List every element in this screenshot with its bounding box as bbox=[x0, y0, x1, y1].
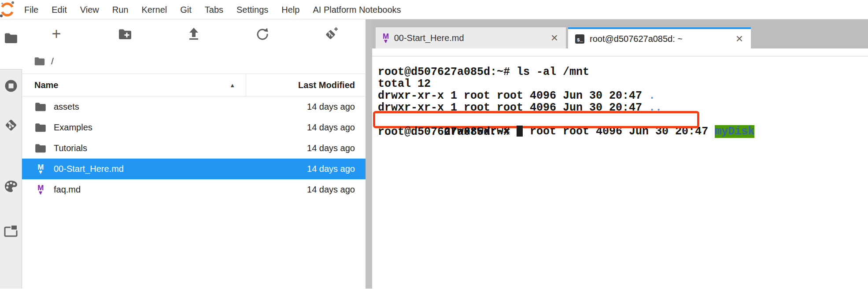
sidebar-tab-commands[interactable] bbox=[0, 180, 22, 193]
file-list-header: Name ▲ Last Modified bbox=[22, 74, 366, 96]
terminal-line: total 12 bbox=[378, 78, 868, 90]
file-name: Tutorials bbox=[54, 143, 307, 153]
file-browser-toolbar: + bbox=[22, 19, 366, 48]
sidebar-tab-running[interactable] bbox=[0, 79, 22, 93]
sidebar-tab-git[interactable] bbox=[0, 118, 22, 132]
column-header-name[interactable]: Name ▲ bbox=[22, 74, 246, 96]
menu-tabs[interactable]: Tabs bbox=[198, 0, 230, 19]
menu-file[interactable]: File bbox=[18, 0, 45, 19]
file-row-faq[interactable]: M▼ faq.md 14 days ago bbox=[22, 179, 366, 200]
left-sidebar bbox=[0, 19, 22, 289]
menu-kernel[interactable]: Kernel bbox=[135, 0, 174, 19]
file-browser-panel: + bbox=[22, 19, 366, 289]
file-modified: 14 days ago bbox=[307, 143, 366, 153]
markdown-icon: M▼ bbox=[383, 33, 389, 44]
new-launcher-button[interactable]: + bbox=[47, 24, 66, 44]
file-row-tutorials[interactable]: Tutorials 14 days ago bbox=[22, 138, 366, 159]
terminal-cursor bbox=[517, 126, 523, 137]
menu-run[interactable]: Run bbox=[106, 0, 135, 19]
dock-content-divider bbox=[372, 48, 868, 56]
jupyter-logo-icon bbox=[0, 0, 15, 18]
panel-split-handle[interactable] bbox=[366, 19, 372, 289]
terminal-line: root@d507627a085d:~# ls -al /mnt bbox=[378, 66, 868, 78]
sidebar-tab-open-tabs[interactable] bbox=[0, 225, 22, 237]
file-list: assets 14 days ago Examples 14 days ago … bbox=[22, 96, 366, 200]
upload-icon bbox=[188, 27, 200, 41]
folder-icon bbox=[35, 123, 46, 132]
close-icon[interactable]: × bbox=[735, 33, 744, 45]
dock-tab-bar: M▼ 00-Start_Here.md × $_ root@d507627a08… bbox=[372, 19, 868, 48]
file-name: 00-Start_Here.md bbox=[54, 164, 307, 174]
file-row-examples[interactable]: Examples 14 days ago bbox=[22, 117, 366, 138]
terminal-line: drwxr-xr-x 1 root root 4096 Jun 30 20:47… bbox=[378, 102, 868, 114]
folder-icon bbox=[35, 102, 46, 111]
tab-label: root@d507627a085d: ~ bbox=[590, 34, 683, 44]
file-modified: 14 days ago bbox=[307, 102, 366, 112]
new-folder-icon bbox=[118, 29, 132, 40]
file-modified: 14 days ago bbox=[307, 122, 366, 133]
terminal-line: drwxr-xr-x 1 root root 4096 Jun 30 20:47… bbox=[378, 90, 868, 102]
folder-icon[interactable] bbox=[34, 57, 45, 66]
menu-ai-platform-notebooks[interactable]: AI Platform Notebooks bbox=[306, 0, 407, 19]
sort-ascending-icon: ▲ bbox=[229, 82, 235, 89]
file-modified: 14 days ago bbox=[307, 164, 366, 174]
menu-help[interactable]: Help bbox=[275, 0, 306, 19]
menu-edit[interactable]: Edit bbox=[45, 0, 73, 19]
running-sessions-icon bbox=[4, 79, 18, 93]
breadcrumb-path[interactable]: / bbox=[51, 56, 54, 67]
sidebar-strip bbox=[0, 69, 22, 289]
markdown-icon: M▼ bbox=[37, 184, 44, 195]
menu-view[interactable]: View bbox=[74, 0, 106, 19]
file-name: Examples bbox=[54, 122, 307, 133]
refresh-button[interactable] bbox=[253, 24, 272, 44]
file-modified: 14 days ago bbox=[307, 185, 366, 195]
file-name: assets bbox=[54, 102, 307, 112]
menu-bar: File Edit View Run Kernel Git Tabs Setti… bbox=[0, 0, 868, 19]
git-clone-button[interactable] bbox=[321, 24, 341, 44]
menu-settings[interactable]: Settings bbox=[230, 0, 275, 19]
column-header-last-modified[interactable]: Last Modified bbox=[246, 74, 366, 96]
close-icon[interactable]: × bbox=[550, 32, 559, 44]
breadcrumb: / bbox=[22, 48, 366, 74]
jupyterlab-window: File Edit View Run Kernel Git Tabs Setti… bbox=[0, 0, 868, 289]
dock-panel: M▼ 00-Start_Here.md × $_ root@d507627a08… bbox=[372, 19, 868, 289]
menu-git[interactable]: Git bbox=[174, 0, 198, 19]
git-clone-icon bbox=[324, 27, 339, 41]
new-folder-button[interactable] bbox=[115, 24, 135, 44]
tab-00-start-here-md[interactable]: M▼ 00-Start_Here.md × bbox=[376, 27, 566, 48]
terminal-output[interactable]: root@d507627a085d:~# ls -al /mnt total 1… bbox=[372, 56, 868, 289]
tab-label: 00-Start_Here.md bbox=[394, 33, 464, 43]
markdown-icon: M▼ bbox=[37, 163, 44, 174]
plus-icon: + bbox=[52, 26, 61, 42]
folder-icon bbox=[35, 144, 46, 153]
file-row-00-start-here[interactable]: M▼ 00-Start_Here.md 14 days ago bbox=[22, 159, 366, 179]
last-modified-header-label: Last Modified bbox=[298, 80, 355, 90]
directory-entry: . bbox=[649, 89, 655, 102]
git-icon bbox=[4, 118, 18, 132]
terminal-prompt-line: root@d507627a085d:~# bbox=[378, 126, 868, 137]
upload-button[interactable] bbox=[184, 24, 203, 44]
file-name: faq.md bbox=[54, 185, 307, 195]
main-area: + bbox=[0, 19, 868, 289]
sidebar-tab-filebrowser[interactable] bbox=[0, 19, 22, 69]
folder-icon bbox=[4, 33, 18, 44]
open-tabs-icon bbox=[4, 225, 18, 237]
name-header-label: Name bbox=[34, 80, 58, 90]
refresh-icon bbox=[256, 27, 269, 41]
directory-entry: .. bbox=[649, 101, 662, 114]
file-row-assets[interactable]: assets 14 days ago bbox=[22, 96, 366, 117]
palette-icon bbox=[4, 180, 18, 193]
terminal-icon: $_ bbox=[575, 34, 584, 44]
terminal-line-mydisk: drwxrwxrwx 2 root root 4096 Jun 30 20:47… bbox=[378, 114, 868, 126]
tab-terminal-root[interactable]: $_ root@d507627a085d: ~ × bbox=[568, 27, 751, 48]
